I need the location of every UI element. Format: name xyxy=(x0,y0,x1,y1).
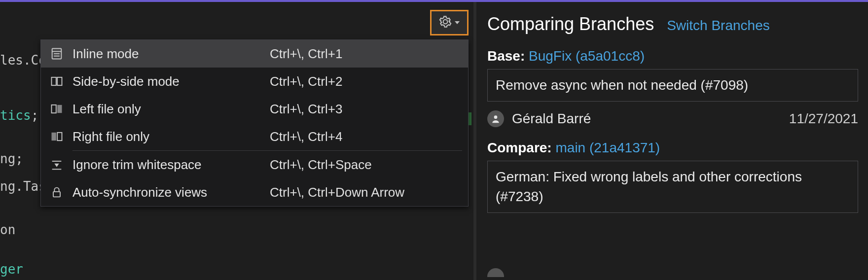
base-commit-message[interactable]: Remove async when not needed (#7098) xyxy=(487,69,858,102)
code-fragment: on xyxy=(0,222,15,237)
left-file-icon xyxy=(41,102,72,116)
panel-divider[interactable] xyxy=(473,2,476,280)
commit-author-row: Gérald Barré 11/27/2021 xyxy=(487,110,858,127)
trim-whitespace-icon xyxy=(41,158,72,172)
right-file-icon xyxy=(41,130,72,143)
menu-item-label: Inline mode xyxy=(72,46,270,62)
lock-icon xyxy=(41,185,72,199)
code-fragment: tics xyxy=(0,108,31,123)
svg-point-14 xyxy=(494,115,498,119)
compare-label: Compare: xyxy=(487,140,552,155)
menu-item-ignore-trim[interactable]: Ignore trim whitespace Ctrl+\, Ctrl+Spac… xyxy=(41,151,468,178)
compare-branch-link[interactable]: main (21a41371) xyxy=(555,140,660,155)
svg-rect-6 xyxy=(52,105,56,113)
diff-view-menu: Inline mode Ctrl+\, Ctrl+1 Side-by-side … xyxy=(40,39,469,207)
svg-rect-4 xyxy=(52,77,56,85)
gear-icon xyxy=(439,15,452,30)
menu-item-label: Ignore trim whitespace xyxy=(72,157,270,173)
menu-item-right-only[interactable]: Right file only Ctrl+\, Ctrl+4 xyxy=(41,123,468,150)
menu-item-label: Right file only xyxy=(72,129,270,144)
svg-rect-7 xyxy=(57,105,62,113)
code-fragment: ger xyxy=(0,262,23,277)
menu-item-shortcut: Ctrl+\, Ctrl+Down Arrow xyxy=(270,185,459,200)
svg-marker-11 xyxy=(54,164,59,167)
base-label: Base: xyxy=(487,48,525,64)
svg-rect-8 xyxy=(52,133,56,140)
panel-title: Comparing Branches xyxy=(487,14,654,35)
menu-item-side-by-side[interactable]: Side-by-side mode Ctrl+\, Ctrl+2 xyxy=(41,68,468,95)
menu-item-shortcut: Ctrl+\, Ctrl+4 xyxy=(270,129,459,144)
menu-item-label: Auto-synchronize views xyxy=(72,185,270,200)
side-by-side-icon xyxy=(41,74,72,88)
compare-commit-message[interactable]: German: Fixed wrong labels and other cor… xyxy=(487,161,858,213)
avatar xyxy=(487,110,504,127)
menu-item-label: Side-by-side mode xyxy=(72,74,270,89)
compare-branches-panel: Comparing Branches Switch Branches Base:… xyxy=(479,2,868,280)
svg-rect-9 xyxy=(57,133,62,140)
menu-item-label: Left file only xyxy=(72,102,270,117)
base-branch-link[interactable]: BugFix (a5a01cc8) xyxy=(529,48,645,64)
menu-item-auto-sync[interactable]: Auto-synchronize views Ctrl+\, Ctrl+Down… xyxy=(41,178,468,206)
code-fragment: ; xyxy=(31,108,39,123)
inline-mode-icon xyxy=(41,47,72,61)
menu-item-shortcut: Ctrl+\, Ctrl+2 xyxy=(270,74,459,89)
diff-settings-button[interactable] xyxy=(430,10,469,35)
svg-rect-13 xyxy=(53,192,60,197)
menu-item-inline-mode[interactable]: Inline mode Ctrl+\, Ctrl+1 xyxy=(41,40,468,68)
author-name: Gérald Barré xyxy=(512,111,789,127)
switch-branches-link[interactable]: Switch Branches xyxy=(667,18,770,34)
code-fragment: les.Co xyxy=(0,53,46,68)
commit-date: 11/27/2021 xyxy=(789,111,858,127)
menu-item-shortcut: Ctrl+\, Ctrl+Space xyxy=(270,157,459,173)
chevron-down-icon xyxy=(455,21,460,24)
svg-rect-5 xyxy=(57,77,62,85)
menu-item-shortcut: Ctrl+\, Ctrl+1 xyxy=(270,46,459,62)
menu-item-shortcut: Ctrl+\, Ctrl+3 xyxy=(270,102,459,117)
menu-item-left-only[interactable]: Left file only Ctrl+\, Ctrl+3 xyxy=(41,95,468,123)
code-fragment: ng; xyxy=(0,151,23,166)
